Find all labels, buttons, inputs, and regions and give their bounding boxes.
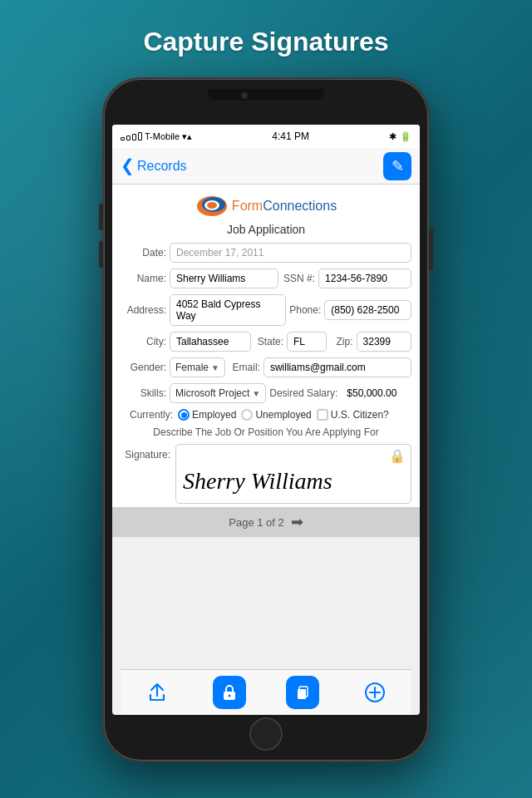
- skills-dropdown-icon: ▼: [252, 389, 260, 398]
- skills-select[interactable]: Microsoft Project ▼: [170, 383, 266, 403]
- page-footer: Page 1 of 2 ➡: [112, 507, 420, 537]
- employed-radio-dot: [181, 412, 187, 418]
- address-label: Address:: [121, 304, 166, 316]
- city-label: City:: [121, 336, 166, 347]
- share-icon: [140, 676, 174, 709]
- describe-text: Describe The Job Or Position You Are App…: [121, 426, 411, 438]
- currently-label: Currently:: [127, 409, 173, 421]
- zip-input[interactable]: 32399: [357, 332, 411, 352]
- back-button[interactable]: ❮ Records: [121, 156, 187, 175]
- wifi-icon: ▾▴: [182, 131, 192, 142]
- back-chevron-icon: ❮: [121, 155, 135, 175]
- signature-label: Signature:: [121, 444, 170, 461]
- phone-screen: T-Mobile ▾▴ 4:41 PM ✱ 🔋 ❮ Records ✎: [112, 125, 420, 715]
- nav-bar: ❮ Records ✎: [112, 148, 420, 185]
- signature-display: Sherry Williams: [183, 468, 386, 495]
- phone-input[interactable]: (850) 628-2500: [324, 300, 411, 320]
- next-arrow-icon[interactable]: ➡: [291, 513, 303, 531]
- address-input[interactable]: 4052 Bald Cypress Way: [170, 294, 286, 326]
- zip-label: Zip:: [330, 336, 353, 347]
- page-title: Capture Signatures: [0, 0, 532, 72]
- date-input[interactable]: December 17, 2011: [170, 243, 411, 263]
- lock-icon: [213, 676, 246, 709]
- state-input[interactable]: FL: [287, 332, 327, 352]
- ssn-label: SSN #:: [282, 273, 315, 284]
- form-content: FormConnections Job Application Date: De…: [112, 185, 420, 507]
- logo-connections-text: Connections: [263, 199, 337, 214]
- salary-value: $50,000.00: [341, 384, 402, 402]
- signal-dot-4: [138, 132, 142, 140]
- unemployed-label: Unemployed: [255, 409, 311, 421]
- home-button[interactable]: [249, 717, 283, 751]
- unemployed-option[interactable]: Unemployed: [241, 409, 311, 421]
- unemployed-radio[interactable]: [241, 409, 253, 421]
- copy-button[interactable]: [286, 676, 319, 709]
- signal-dot-3: [132, 134, 136, 140]
- form-body: Date: December 17, 2011 Name: Sherry Wil…: [112, 243, 420, 504]
- volume-down-button: [99, 241, 103, 268]
- bottom-toolbar: [121, 669, 411, 715]
- status-bar: T-Mobile ▾▴ 4:41 PM ✱ 🔋: [112, 125, 420, 148]
- employed-label: Employed: [192, 409, 236, 421]
- lock-button[interactable]: [213, 676, 246, 709]
- signal-dot-1: [121, 137, 125, 140]
- name-input[interactable]: Sherry Williams: [170, 268, 278, 288]
- add-icon: [358, 676, 392, 709]
- date-row: Date: December 17, 2011: [121, 243, 411, 263]
- bluetooth-icon: ✱: [389, 131, 397, 142]
- name-label: Name:: [121, 273, 166, 284]
- citizen-label: U.S. Citizen?: [331, 409, 389, 421]
- gender-select[interactable]: Female ▼: [170, 357, 225, 377]
- signal-dots: [121, 132, 142, 140]
- phone-frame: T-Mobile ▾▴ 4:41 PM ✱ 🔋 ❮ Records ✎: [104, 79, 428, 761]
- status-right: ✱ 🔋: [389, 131, 411, 142]
- gender-dropdown-icon: ▼: [211, 363, 219, 372]
- status-time: 4:41 PM: [272, 131, 309, 142]
- pagination-text: Page 1 of 2: [229, 516, 284, 529]
- form-logo: FormConnections: [112, 185, 420, 223]
- gender-label: Gender:: [121, 362, 166, 373]
- signature-row: Signature: 🔒 Sherry Williams: [121, 444, 411, 504]
- phone-label: Phone:: [289, 304, 321, 316]
- battery-icon: 🔋: [400, 131, 411, 142]
- back-label: Records: [137, 159, 187, 174]
- employed-option[interactable]: Employed: [178, 409, 236, 421]
- city-state-zip-row: City: Tallahassee State: FL Zip: 32399: [121, 332, 411, 352]
- action-button[interactable]: ✎: [383, 152, 411, 180]
- date-label: Date:: [121, 247, 166, 259]
- citizen-checkbox[interactable]: [317, 409, 328, 421]
- add-button[interactable]: [358, 676, 392, 709]
- skills-salary-row: Skills: Microsoft Project ▼ Desired Sala…: [121, 383, 411, 403]
- gender-email-row: Gender: Female ▼ Email: swilliams@gmail.…: [121, 357, 411, 377]
- currently-row: Currently: Employed Unemployed U.S. Citi…: [121, 409, 411, 421]
- address-phone-row: Address: 4052 Bald Cypress Way Phone: (8…: [121, 294, 411, 326]
- svg-point-5: [229, 695, 231, 697]
- city-input[interactable]: Tallahassee: [170, 332, 251, 352]
- carrier-label: T-Mobile: [145, 131, 180, 141]
- pen-icon: ✎: [392, 157, 404, 175]
- power-button: [429, 229, 433, 270]
- copy-icon: [286, 676, 319, 709]
- state-label: State:: [254, 336, 283, 347]
- email-input[interactable]: swilliams@gmail.com: [264, 357, 411, 377]
- lock-overlay-icon: 🔒: [389, 448, 406, 464]
- form-title: Job Application: [112, 223, 420, 236]
- name-ssn-row: Name: Sherry Williams SSN #: 1234-56-789…: [121, 268, 411, 288]
- logo-icon: [195, 195, 229, 218]
- ssn-input[interactable]: 1234-56-7890: [318, 268, 411, 288]
- skills-label: Skills:: [121, 387, 166, 399]
- volume-up-button: [99, 204, 103, 230]
- signal-dot-2: [126, 135, 131, 140]
- citizen-option[interactable]: U.S. Citizen?: [317, 409, 389, 421]
- salary-label: Desired Salary:: [269, 387, 337, 399]
- share-button[interactable]: [140, 676, 174, 709]
- employed-radio[interactable]: [178, 409, 190, 421]
- svg-point-3: [207, 202, 217, 209]
- email-label: Email:: [229, 362, 260, 373]
- signature-box[interactable]: 🔒 Sherry Williams: [175, 444, 411, 504]
- logo-form-text: Form: [232, 199, 263, 214]
- status-left: T-Mobile ▾▴: [121, 131, 192, 142]
